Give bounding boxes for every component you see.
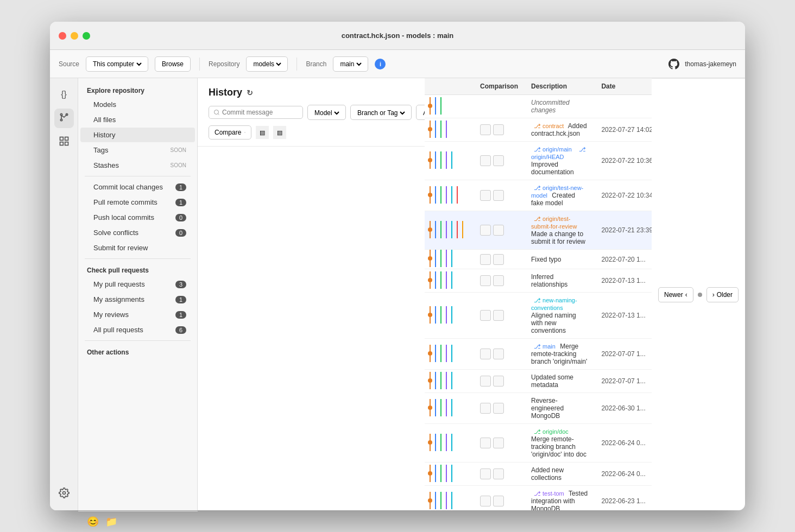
comp-box-left[interactable]: [480, 190, 491, 201]
my-prs-badge: 3: [175, 281, 186, 288]
branch-select[interactable]: main: [333, 56, 368, 72]
description-cell: ⎇ origin/doc Merge remote-tracking branc…: [525, 424, 595, 463]
comp-box-right[interactable]: [493, 225, 504, 236]
newer-button[interactable]: Newer ‹: [658, 287, 693, 302]
info-icon[interactable]: i: [375, 59, 386, 69]
sidebar-item-history[interactable]: History: [80, 128, 195, 142]
source-select[interactable]: This computer: [86, 56, 148, 72]
date-cell: 2022-06-30 1...: [595, 393, 652, 424]
reviews-label: My reviews: [93, 311, 129, 319]
model-select[interactable]: Model: [312, 105, 341, 121]
comp-box-left[interactable]: [480, 438, 491, 448]
author-filter[interactable]: Author: [416, 105, 425, 120]
comp-box-left[interactable]: [480, 468, 491, 479]
other-actions-section[interactable]: Other actions: [78, 344, 197, 358]
push-label: Push local commits: [93, 213, 154, 221]
comp-boxes: [480, 468, 518, 479]
comp-box-right[interactable]: [493, 376, 504, 387]
sidebar-item-allfiles[interactable]: All files: [80, 112, 195, 127]
branch-dropdown[interactable]: main: [338, 60, 363, 68]
table-row: Fixed typo2022-07-20 1...•••: [425, 250, 652, 269]
comp-box-left[interactable]: [480, 275, 491, 286]
comp-box-left[interactable]: [480, 310, 491, 321]
compare-left-btn[interactable]: ▤: [256, 126, 269, 139]
branch-tag-select[interactable]: Branch or Tag: [355, 105, 407, 121]
svg-point-23: [428, 158, 432, 162]
main-layout: {}: [50, 78, 745, 510]
sidebar-item-conflicts[interactable]: Solve conflicts 0: [80, 225, 195, 240]
graph-svg: [425, 186, 474, 204]
explore-section[interactable]: Explore repository: [78, 83, 197, 97]
sidebar-item-commit[interactable]: Commit local changes 1: [80, 180, 195, 194]
pull-label: Pull remote commits: [93, 198, 157, 206]
comp-box-right[interactable]: [493, 124, 504, 135]
commit-message: Improved documentation: [531, 161, 574, 176]
graph-cell: [425, 142, 474, 180]
comp-box-right[interactable]: [493, 155, 504, 166]
model-filter[interactable]: Model: [307, 105, 346, 120]
comp-boxes: [480, 254, 518, 265]
sidebar-item-reviews[interactable]: My reviews 1: [80, 307, 195, 322]
source-dropdown[interactable]: This computer: [91, 60, 143, 68]
comp-box-right[interactable]: [493, 468, 504, 479]
comp-box-left[interactable]: [480, 155, 491, 166]
close-button[interactable]: [59, 32, 66, 40]
comp-box-right[interactable]: [493, 438, 504, 448]
compare-right-btn[interactable]: ▤: [273, 126, 286, 139]
description-cell: Uncommitted changes: [525, 95, 595, 118]
comp-box-left[interactable]: [480, 403, 491, 414]
branch-tag-filter[interactable]: Branch or Tag: [350, 105, 412, 120]
compare-button[interactable]: Compare: [209, 125, 251, 140]
repository-dropdown[interactable]: models: [251, 60, 283, 68]
comp-box-right[interactable]: [493, 190, 504, 201]
search-box[interactable]: [209, 106, 303, 119]
settings-icon-btn[interactable]: [54, 484, 74, 504]
graph-cell: [425, 293, 474, 339]
history-label: History: [93, 131, 115, 139]
comp-box-left[interactable]: [480, 349, 491, 359]
sidebar-item-tags[interactable]: Tags SOON: [80, 143, 195, 157]
comp-box-right[interactable]: [493, 403, 504, 414]
description-cell: ⎇ origin/test-submit-for-review Made a c…: [525, 211, 595, 250]
comp-box-right[interactable]: [493, 254, 504, 265]
source-label: Source: [59, 60, 79, 68]
pagination: Newer ‹ › Older: [652, 78, 745, 510]
table-row: ⎇ contract Added contract.hck.json2022-0…: [425, 118, 652, 142]
table-row: Uncommitted changes: [425, 95, 652, 118]
svg-point-12: [428, 104, 432, 108]
minimize-button[interactable]: [71, 32, 78, 40]
sidebar-item-my-prs[interactable]: My pull requests 3: [80, 277, 195, 292]
repository-select[interactable]: models: [246, 56, 288, 72]
sidebar-item-models[interactable]: Models: [80, 97, 195, 112]
browse-button[interactable]: Browse: [155, 56, 191, 72]
graph-svg: [425, 465, 474, 482]
source-control-icon-btn[interactable]: [54, 109, 74, 128]
author-select[interactable]: Author: [421, 105, 425, 121]
braces-icon-btn[interactable]: {}: [54, 85, 74, 104]
comp-box-left[interactable]: [480, 254, 491, 265]
svg-point-86: [428, 471, 432, 476]
sidebar-item-pull[interactable]: Pull remote commits 1: [80, 195, 195, 210]
comp-box-left[interactable]: [480, 496, 491, 506]
comp-box-right[interactable]: [493, 496, 504, 506]
search-input[interactable]: [222, 109, 298, 116]
maximize-button[interactable]: [83, 32, 90, 40]
grid-icon-btn[interactable]: [54, 132, 74, 152]
comparison-cell: [474, 250, 525, 269]
comp-box-right[interactable]: [493, 310, 504, 321]
comp-box-left[interactable]: [480, 124, 491, 135]
sidebar-item-push[interactable]: Push local commits 0: [80, 210, 195, 225]
branch-tag: ⎇ origin/doc: [531, 428, 571, 435]
check-pr-section[interactable]: Check pull requests: [78, 262, 197, 276]
graph-cell: [425, 370, 474, 393]
comp-box-right[interactable]: [493, 275, 504, 286]
sidebar-item-stashes[interactable]: Stashes SOON: [80, 158, 195, 173]
comp-box-right[interactable]: [493, 349, 504, 359]
comp-box-left[interactable]: [480, 376, 491, 387]
older-button[interactable]: › Older: [706, 287, 739, 302]
sidebar-item-assignments[interactable]: My assignments 1: [80, 292, 195, 307]
sidebar-item-all-prs[interactable]: All pull requests 6: [80, 322, 195, 337]
comp-box-left[interactable]: [480, 225, 491, 236]
sidebar-item-submit[interactable]: Submit for review: [80, 240, 195, 255]
refresh-icon[interactable]: ↻: [247, 88, 253, 97]
